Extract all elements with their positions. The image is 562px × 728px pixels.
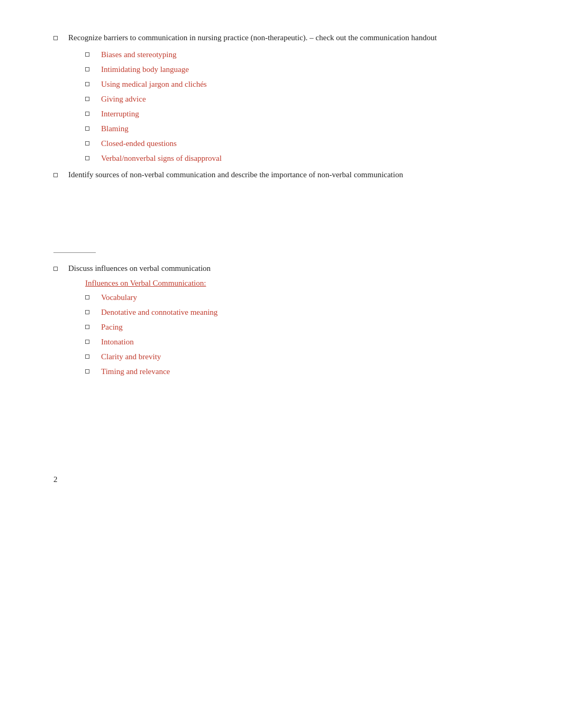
section2-bullet1: Discuss influences on verbal communicati… [53, 262, 509, 275]
bullet-icon-clarity [85, 352, 101, 360]
page-number: 2 [53, 475, 509, 484]
bullet-icon-3 [53, 264, 68, 272]
blaming-label: Blaming [101, 122, 509, 135]
closed-label: Closed-ended questions [101, 137, 509, 150]
intonation-label: Intonation [101, 335, 509, 348]
bullet-icon-2 [53, 170, 68, 178]
bullet-icon-intimidating [85, 65, 101, 72]
page-divider [53, 252, 96, 253]
bullet-icon-advice [85, 94, 101, 102]
advice-label: Giving advice [101, 93, 509, 105]
bullet-icon-interrupting [85, 109, 101, 117]
section1-bullet2: Identify sources of non-verbal communica… [53, 169, 509, 181]
bullet-icon-pacing [85, 322, 101, 330]
biases-label: Biases and stereotyping [101, 48, 509, 61]
influences-label: Influences on Verbal Communication: [85, 279, 509, 288]
section1-bullet2-text: Identify sources of non-verbal communica… [68, 169, 509, 181]
bullet-icon-denotative [85, 307, 101, 315]
bottom-spacer [53, 380, 509, 443]
list-item: Giving advice [85, 93, 509, 105]
influences-list: Vocabulary Denotative and connotative me… [53, 291, 509, 378]
bullet-icon-blaming [85, 124, 101, 132]
list-item: Denotative and connotative meaning [85, 306, 509, 319]
bullet-icon-verbal [85, 153, 101, 161]
list-item: Clarity and brevity [85, 350, 509, 363]
list-item: Blaming [85, 122, 509, 135]
section1-bullet1: Recognize barriers to communication in n… [53, 32, 509, 44]
list-item: Vocabulary [85, 291, 509, 304]
bullet-icon-biases [85, 50, 101, 58]
vocabulary-label: Vocabulary [101, 291, 509, 304]
list-item: Intonation [85, 335, 509, 348]
section-spacer-1 [53, 185, 509, 248]
list-item: Timing and relevance [85, 365, 509, 378]
pacing-label: Pacing [101, 321, 509, 333]
list-item: Interrupting [85, 107, 509, 120]
section1-bullet1-text: Recognize barriers to communication in n… [68, 32, 509, 44]
clarity-label: Clarity and brevity [101, 350, 509, 363]
jargon-label: Using medical jargon and clichés [101, 78, 509, 90]
list-item: Intimidating body language [85, 63, 509, 76]
timing-label: Timing and relevance [101, 365, 509, 378]
bullet-icon-jargon [85, 79, 101, 87]
bullet-icon-closed [85, 139, 101, 147]
list-item: Verbal/nonverbal signs of disapproval [85, 152, 509, 165]
list-item: Using medical jargon and clichés [85, 78, 509, 90]
section2-bullet1-text: Discuss influences on verbal communicati… [68, 262, 509, 275]
bullet-icon-timing [85, 367, 101, 375]
verbal-label: Verbal/nonverbal signs of disapproval [101, 152, 509, 165]
bullet-icon-intonation [85, 337, 101, 345]
list-item: Pacing [85, 321, 509, 333]
intimidating-label: Intimidating body language [101, 63, 509, 76]
barriers-list: Biases and stereotyping Intimidating bod… [53, 48, 509, 165]
interrupting-label: Interrupting [101, 107, 509, 120]
page-content: Recognize barriers to communication in n… [53, 21, 509, 484]
bullet-icon-1 [53, 33, 68, 41]
list-item: Biases and stereotyping [85, 48, 509, 61]
denotative-label: Denotative and connotative meaning [101, 306, 509, 319]
bullet-icon-vocabulary [85, 293, 101, 301]
list-item: Closed-ended questions [85, 137, 509, 150]
